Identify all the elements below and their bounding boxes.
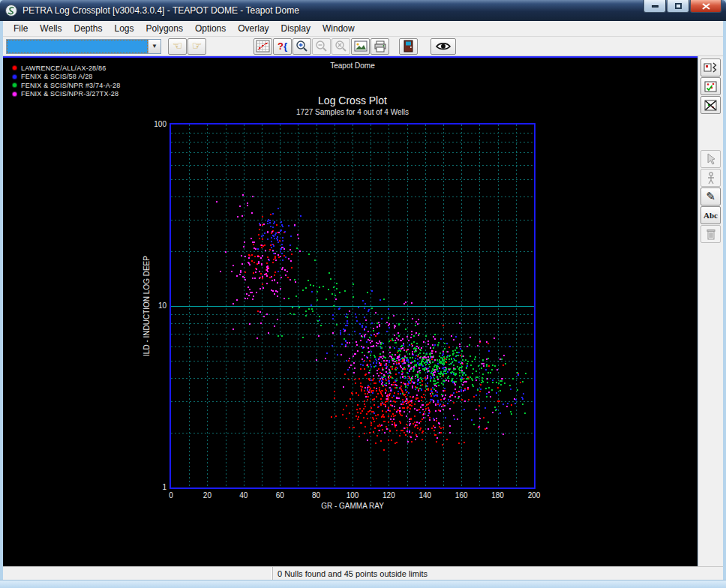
x-tick-label: 120 [382,491,395,500]
legend-marker-icon [12,82,17,88]
legend-well-name: FENIX & SCIS/NPR-3/27TX-28 [21,90,118,98]
right-tool-strip: ✎ Abc [698,56,723,566]
x-tick-label: 160 [455,491,468,500]
x-tick-label: 140 [418,491,431,500]
clear-polygon-icon [704,100,717,111]
x-tick-label: 20 [203,491,212,500]
cursor-arrow-icon [706,153,716,165]
x-tick-label: 80 [312,491,320,500]
x-axis-title: GR - GAMMA RAY [171,502,534,510]
menu-polygons[interactable]: Polygons [140,22,189,35]
maximize-icon [675,3,682,9]
menu-depths[interactable]: Depths [68,22,108,35]
crossplot-grid-icon [256,40,270,52]
menu-wells[interactable]: Wells [34,22,68,35]
close-icon [702,3,710,10]
y-tick-label: 1 [138,483,166,491]
zoom-out-icon [315,40,328,52]
window-title: PETRA Log Crossplot [v3004.3.0.4] - TEAP… [22,5,299,16]
legend-well-name: FENIX & SCIS/58 A/28 [21,73,93,80]
status-message: 0 Nulls found and 45 points outside limi… [273,567,723,580]
eye-icon [435,41,452,51]
text-tool-button[interactable]: Abc [700,206,721,224]
legend-marker-icon [12,74,17,80]
menu-options[interactable]: Options [189,22,232,35]
query-limits-button[interactable]: ?{ [273,38,292,55]
stick-figure-icon [706,172,716,184]
plot-subtitle: 1727 Samples for 4 out of 4 Wells [171,108,534,116]
legend-well-name: LAWRENCE/ALL/AX-28/86 [21,64,106,72]
digitize-polygon-button[interactable] [700,58,721,76]
petra-logo-icon [4,4,18,17]
trash-icon [706,228,716,240]
zoom-reset-button[interactable] [332,38,350,55]
hand-right-icon: ☞ [192,40,202,52]
menu-logs[interactable]: Logs [109,22,140,35]
legend-marker-icon [12,65,17,70]
text-tool-label: Abc [704,211,718,220]
points-in-polygon-button[interactable] [700,77,721,95]
question-icon: ? [278,40,284,52]
combo-dropdown-arrow-icon[interactable]: ▼ [148,39,161,54]
zoom-out-button[interactable] [312,38,331,55]
hand-left-icon: ☜ [172,40,182,52]
window-frame: File Wells Depths Logs Polygons Options … [0,21,726,580]
save-image-button[interactable] [351,38,370,55]
zoom-cancel-icon [334,40,347,52]
title-bar: PETRA Log Crossplot [v3004.3.0.4] - TEAP… [0,0,726,21]
status-bar: 0 Nulls found and 45 points outside limi… [3,566,723,580]
menu-file[interactable]: File [8,22,34,35]
next-well-button[interactable]: ☞ [188,38,206,55]
pointer-tool-button[interactable] [700,150,721,168]
picture-icon [354,40,368,52]
legend-item: FENIX & SCIS/58 A/28 [12,73,120,82]
legend-item: FENIX & SCIS/NPR-3/27TX-28 [12,90,120,99]
legend-item: LAWRENCE/ALL/AX-28/86 [12,64,120,73]
y-tick-label: 100 [138,120,166,128]
menu-window[interactable]: Window [316,22,361,35]
well-combo-value[interactable] [6,39,148,54]
legend-item: FENIX & SCIS/NPR #3/74-A-28 [12,81,120,90]
digitize-polygon-icon [704,62,718,74]
crossplot-settings-button[interactable] [254,38,272,55]
toolbar: ▼ ☜ ☞ ?{ [3,37,723,56]
x-tick-label: 40 [239,491,248,500]
pencil-tool-button[interactable]: ✎ [700,188,721,206]
printer-icon [374,40,387,52]
brace-icon: { [284,40,287,52]
pencil-icon: ✎ [706,191,716,202]
x-tick-label: 60 [276,491,284,500]
zoom-in-button[interactable] [292,38,311,55]
close-button[interactable] [690,0,722,13]
figure-tool-button[interactable] [700,169,721,187]
maximize-button[interactable] [667,0,689,13]
legend-well-name: FENIX & SCIS/NPR #3/74-A-28 [21,82,120,89]
window-bottom-border [0,580,726,588]
exit-button[interactable] [399,38,418,55]
status-left-panel [3,567,273,580]
clear-polygon-button[interactable] [700,96,721,114]
door-icon [404,40,413,52]
x-tick-label: 180 [491,491,504,500]
minimize-button[interactable] [644,0,666,13]
minimize-icon [652,5,658,8]
well-legend: LAWRENCE/ALL/AX-28/86FENIX & SCIS/58 A/2… [12,64,120,98]
menu-bar: File Wells Depths Logs Polygons Options … [3,21,723,37]
zoom-in-icon [296,40,308,52]
plot-title: Log Cross Plot [171,94,534,106]
points-in-polygon-icon [704,81,717,92]
prev-well-button[interactable]: ☜ [168,38,187,55]
preview-button[interactable] [430,38,456,55]
crossplot-canvas[interactable] [171,124,534,488]
menu-overlay[interactable]: Overlay [232,22,274,35]
x-tick-label: 100 [346,491,359,500]
plot-frame [170,123,536,489]
x-tick-label: 200 [528,491,541,500]
print-button[interactable] [370,38,389,55]
well-list-combobox[interactable]: ▼ [6,39,161,54]
menu-display[interactable]: Display [275,22,316,35]
x-tick-label: 0 [169,491,173,500]
window-controls [644,0,722,13]
y-axis-title: ILD - INDUCTION LOG DEEP [142,256,151,356]
delete-annotation-button[interactable] [700,225,721,243]
